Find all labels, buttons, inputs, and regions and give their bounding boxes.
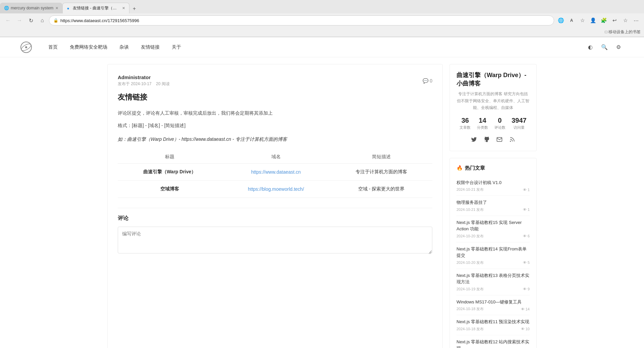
stat-visits-number: 3947: [512, 117, 527, 124]
comment-textarea[interactable]: [118, 227, 432, 253]
eye-icon: 👁: [523, 234, 527, 238]
article-body: 评论区提交，评论有人工审核，审核完成后放出，我们将会定期将其添加上 格式：[标题…: [118, 109, 432, 144]
article-title: 友情链接: [118, 92, 432, 102]
stat-categories: 14 分类数: [477, 117, 488, 130]
bookmark-icon[interactable]: ☆: [578, 16, 587, 25]
hot-article-date: 2024-10-18 发布: [457, 306, 484, 311]
tab-close-warp[interactable]: ✕: [122, 6, 125, 10]
eye-icon: 👁: [523, 208, 527, 212]
table-header-desc: 简短描述: [330, 151, 432, 164]
blog-desc: 专注于计算机方面的博客 研究方向包括但不限于网络安全、单片机硬件、人工智能、全栈…: [457, 91, 530, 111]
hot-article-date: 2024-10-21 发布: [457, 207, 484, 212]
hot-article-item[interactable]: Windows MS17-010—键修复工具 2024-10-18 发布 👁 1…: [457, 295, 530, 315]
blog-stats: 36 文章数 14 分类数 0 评论数 3947 访问量: [457, 117, 530, 130]
nav-links[interactable]: 友情链接: [135, 42, 166, 53]
article-area: Administrator 发布于 2024-10-17 20 阅读 💬 0 友…: [107, 64, 443, 348]
reload-button[interactable]: ↻: [26, 16, 36, 25]
header-actions: ◐ 🔍 ⚙: [585, 42, 624, 53]
hot-article-item[interactable]: Next.js 零基础教程12 站内搜索技术实现 2024-10-18 发布 👁: [457, 335, 530, 348]
blog-social: [457, 135, 530, 144]
new-tab-button[interactable]: +: [129, 4, 139, 13]
hot-article-item[interactable]: 权限中台设计初稿 V1.0 2024-10-21 发布 👁 1: [457, 176, 530, 196]
back-button[interactable]: ←: [3, 16, 13, 25]
hot-article-date: 2024-10-18 发布: [457, 327, 484, 332]
stat-categories-label: 分类数: [477, 125, 488, 130]
address-bar[interactable]: 🔒 https://www.dataeast.cn/1729156575996: [49, 15, 554, 25]
hot-article-views: 👁 5: [523, 260, 530, 265]
translate-icon[interactable]: 🌐: [556, 16, 566, 25]
resize-handle-icon: ◢: [428, 250, 432, 254]
author-name: Administrator: [118, 74, 170, 80]
stat-articles-label: 文章数: [460, 125, 471, 130]
nav-about[interactable]: 关于: [166, 42, 187, 53]
hot-article-title: Next.js 零基础教程13 表格分页技术实现方法: [457, 272, 530, 285]
nav-home[interactable]: 首页: [42, 42, 64, 53]
row2-domain-link[interactable]: https://blog.moeworld.tech/: [248, 186, 304, 192]
hot-article-views: 👁 14: [521, 307, 530, 311]
translate-text-icon[interactable]: A: [567, 16, 576, 25]
tab-mercury[interactable]: 🌐 mercury domain system ✕: [0, 3, 62, 13]
search-icon[interactable]: 🔍: [599, 42, 610, 53]
hot-article-item[interactable]: Next.js 零基础教程14 实现From表单提交 2024-10-20 发布…: [457, 242, 530, 269]
profile-icon[interactable]: 👤: [588, 16, 598, 25]
article-info: 发布于 2024-10-17 20 阅读: [118, 81, 170, 87]
history-icon[interactable]: ↩: [610, 16, 619, 25]
author-block: Administrator 发布于 2024-10-17 20 阅读: [118, 74, 170, 87]
hot-article-item[interactable]: 物理服务器挂了 2024-10-21 发布 👁 1: [457, 196, 530, 216]
row1-desc: 专注于计算机方面的博客: [330, 163, 432, 180]
hot-article-item[interactable]: Next.js 零基础教程13 表格分页技术实现方法 2024-10-19 发布…: [457, 269, 530, 295]
links-table: 标题 域名 简短描述 曲速引擎（Warp Drive） https://www.…: [118, 151, 432, 198]
logo-svg: [20, 41, 32, 53]
lock-icon: 🔒: [53, 18, 58, 23]
hot-article-meta: 2024-10-20 发布 👁 6: [457, 234, 530, 239]
row2-desc: 空域 - 探索更大的世界: [330, 180, 432, 197]
hot-article-title: Next.js 零基础教程11 预渲染技术实现: [457, 318, 530, 325]
email-icon[interactable]: [495, 135, 504, 144]
nav-misc[interactable]: 杂谈: [113, 42, 135, 53]
svg-point-2: [25, 46, 27, 48]
theme-toggle-icon[interactable]: ◐: [585, 42, 596, 53]
row2-domain: https://blog.moeworld.tech/: [221, 180, 330, 197]
tab-label-mercury: mercury domain system: [11, 6, 53, 10]
body-paragraph-2: 格式：[标题] - [域名] - [简短描述]: [118, 121, 432, 130]
forward-button[interactable]: →: [15, 16, 24, 25]
blog-title: 曲速引擎（Warp Drive）- 小曲博客: [457, 71, 530, 88]
eye-icon: 👁: [523, 188, 527, 192]
hot-article-item[interactable]: Next.js 零基础教程11 预渲染技术实现 2024-10-18 发布 👁 …: [457, 315, 530, 335]
home-button[interactable]: ⌂: [38, 16, 47, 25]
extensions-icon[interactable]: 🧩: [599, 16, 608, 25]
rss-icon[interactable]: [507, 135, 517, 144]
hot-article-views: 👁 10: [521, 327, 530, 331]
hot-article-meta: 2024-10-21 发布 👁 1: [457, 207, 530, 212]
browser-chrome: 🌐 mercury domain system ✕ ● 友情链接 - 曲速引擎（…: [0, 0, 644, 37]
tab-close-mercury[interactable]: ✕: [55, 6, 58, 10]
row2-title: 空域博客: [118, 180, 221, 197]
stat-articles: 36 文章数: [460, 117, 471, 130]
site-header: 首页 免费网络安全靶场 杂谈 友情链接 关于 ◐ 🔍 ⚙: [0, 37, 644, 57]
tab-warp[interactable]: ● 友情链接 - 曲速引擎（Warp D… ✕: [62, 3, 129, 13]
settings-icon[interactable]: ⚙: [613, 42, 624, 53]
nav-security[interactable]: 免费网络安全靶场: [64, 42, 113, 53]
stat-comments: 0 评论数: [494, 117, 505, 130]
hot-article-date: 2024-10-20 发布: [457, 260, 484, 265]
hot-title-text: 热门文章: [465, 165, 485, 171]
menu-icon[interactable]: ⋯: [631, 16, 641, 25]
table-header-domain: 域名: [221, 151, 330, 164]
hot-article-title: Next.js 零基础教程12 站内搜索技术实现: [457, 339, 530, 348]
tab-favicon-mercury: 🌐: [4, 6, 9, 10]
favorites-icon[interactable]: ☆: [621, 16, 630, 25]
article-meta: Administrator 发布于 2024-10-17 20 阅读 💬 0: [118, 74, 432, 87]
hot-icon: 🔥: [457, 165, 463, 171]
stat-comments-label: 评论数: [494, 125, 505, 130]
twitter-icon[interactable]: [469, 135, 479, 144]
hot-article-title: Next.js 零基础教程14 实现From表单提交: [457, 246, 530, 259]
row1-title: 曲速引擎（Warp Drive）: [118, 163, 221, 180]
eye-icon: 👁: [523, 287, 527, 291]
hot-article-title: Windows MS17-010—键修复工具: [457, 299, 530, 305]
hot-article-item[interactable]: Next.js 零基础教程15 实现 Server Action 功能 2024…: [457, 216, 530, 242]
main-layout: Administrator 发布于 2024-10-17 20 阅读 💬 0 友…: [87, 57, 557, 348]
github-icon[interactable]: [482, 135, 491, 144]
hot-article-title: 权限中台设计初稿 V1.0: [457, 179, 530, 186]
bookmark-bar: □ 移动设备上的书签: [0, 27, 644, 37]
row1-domain-link[interactable]: https://www.dataeast.cn: [251, 169, 301, 175]
